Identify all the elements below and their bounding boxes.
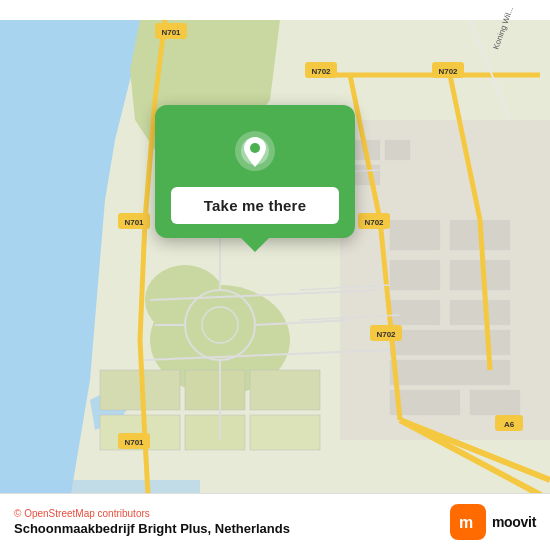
- svg-rect-17: [390, 220, 440, 250]
- svg-rect-10: [185, 415, 245, 450]
- place-name: Schoonmaakbedrijf Bright Plus, Netherlan…: [14, 521, 290, 536]
- svg-rect-11: [250, 370, 320, 410]
- take-me-there-button[interactable]: Take me there: [171, 187, 339, 224]
- map-svg: N701 N701 N701 N702 N702 N702 N702 A6 Al…: [0, 0, 550, 550]
- svg-text:N702: N702: [364, 218, 384, 227]
- location-pin-icon: [231, 127, 279, 175]
- moovit-text-label: moovit: [492, 514, 536, 530]
- svg-text:A6: A6: [504, 420, 515, 429]
- svg-rect-9: [185, 370, 245, 410]
- svg-text:N702: N702: [311, 67, 331, 76]
- svg-rect-20: [450, 260, 510, 290]
- copyright-symbol: © OpenStreetMap contributors: [14, 508, 150, 519]
- svg-text:N701: N701: [161, 28, 181, 37]
- svg-text:m: m: [459, 514, 473, 531]
- svg-point-75: [250, 143, 260, 153]
- svg-rect-22: [450, 300, 510, 325]
- copyright-text: © OpenStreetMap contributors: [14, 508, 290, 519]
- svg-rect-23: [390, 330, 510, 355]
- svg-point-49: [202, 307, 238, 343]
- svg-text:N701: N701: [124, 218, 144, 227]
- moovit-m-icon: m: [457, 511, 479, 533]
- svg-text:N702: N702: [438, 67, 458, 76]
- svg-text:N702: N702: [376, 330, 396, 339]
- map-container: N701 N701 N701 N702 N702 N702 N702 A6 Al…: [0, 0, 550, 550]
- svg-rect-19: [390, 260, 440, 290]
- footer-left: © OpenStreetMap contributors Schoonmaakb…: [14, 508, 290, 536]
- svg-rect-21: [390, 300, 440, 325]
- svg-rect-26: [470, 390, 520, 415]
- location-icon-wrapper: [229, 125, 281, 177]
- svg-rect-15: [385, 140, 410, 160]
- moovit-brand-icon: m: [450, 504, 486, 540]
- popup-card: Take me there: [155, 105, 355, 238]
- svg-text:N701: N701: [124, 438, 144, 447]
- svg-rect-12: [250, 415, 320, 450]
- footer-bar: © OpenStreetMap contributors Schoonmaakb…: [0, 493, 550, 550]
- moovit-logo[interactable]: m moovit: [450, 504, 536, 540]
